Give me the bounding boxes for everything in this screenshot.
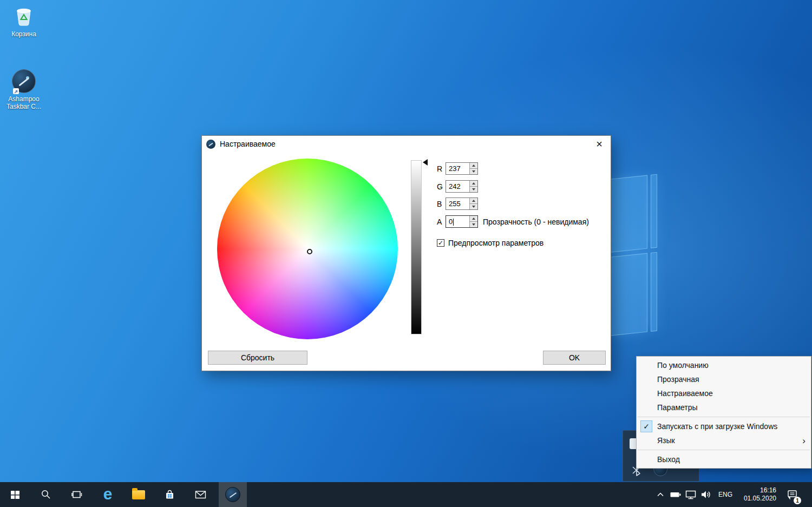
reset-button[interactable]: Сбросить xyxy=(208,351,307,365)
spin-down-button[interactable] xyxy=(470,221,477,227)
b-value-spinbox[interactable]: 255 xyxy=(446,197,478,210)
spin-up-button[interactable] xyxy=(470,163,477,168)
logo-pane xyxy=(611,175,647,253)
r-value[interactable]: 237 xyxy=(446,163,469,174)
menu-separator xyxy=(638,450,810,450)
desktop-icon-label: Корзина xyxy=(1,30,47,38)
preview-checkbox[interactable]: ✓ xyxy=(437,239,444,247)
brightness-slider[interactable] xyxy=(411,160,422,334)
channel-label: G xyxy=(437,182,446,191)
spin-down-button[interactable] xyxy=(470,186,477,192)
desktop-icon-recycle-bin[interactable]: Корзина xyxy=(1,4,47,38)
display-icon xyxy=(685,489,697,500)
color-wheel[interactable] xyxy=(217,159,398,339)
checkmark-icon: ✓ xyxy=(640,420,652,432)
search-icon xyxy=(41,489,51,500)
wallpaper-windows-logo xyxy=(611,174,659,339)
menu-item-label: Выход xyxy=(657,455,680,464)
store-button[interactable] xyxy=(156,482,182,507)
speaker-icon xyxy=(700,489,712,500)
spin-down-button[interactable] xyxy=(470,203,477,209)
mail-button[interactable] xyxy=(187,482,213,507)
channel-label: B xyxy=(437,200,446,208)
menu-item-label: По умолчанию xyxy=(657,361,709,370)
alpha-note: Прозрачность (0 - невидимая) xyxy=(483,218,589,226)
preview-checkbox-label: Предпросмотр параметров xyxy=(448,239,543,247)
close-icon[interactable]: × xyxy=(588,136,611,152)
chevron-up-icon xyxy=(656,490,665,499)
preview-checkbox-row[interactable]: ✓ Предпросмотр параметров xyxy=(437,239,543,247)
menu-item-label: Настраиваемое xyxy=(657,389,713,398)
channel-row-g: G 242 xyxy=(437,180,478,193)
task-view-button[interactable] xyxy=(64,482,90,507)
desktop-icon-ashampoo[interactable]: ↗ Ashampoo Taskbar C... xyxy=(1,69,47,110)
menu-item-language[interactable]: Язык › xyxy=(637,433,811,447)
spin-down-button[interactable] xyxy=(470,168,477,174)
ashampoo-taskbar-button[interactable] xyxy=(219,482,247,507)
menu-item-run-at-startup[interactable]: ✓ Запускать с при загрузке Windows xyxy=(637,419,811,433)
menu-item-custom[interactable]: Настраиваемое xyxy=(637,386,811,400)
channel-row-b: B 255 xyxy=(437,197,478,210)
recycle-bin-icon xyxy=(12,4,36,28)
dialog-titlebar[interactable]: Настраиваемое × xyxy=(202,136,611,152)
channel-label: R xyxy=(437,164,446,173)
menu-item-label: Прозрачная xyxy=(657,375,699,384)
a-value[interactable]: 0 xyxy=(449,218,453,226)
custom-color-dialog: Настраиваемое × R 237 G 242 xyxy=(201,135,611,371)
channel-row-r: R 237 xyxy=(437,162,478,175)
task-view-icon xyxy=(71,489,82,500)
spin-up-button[interactable] xyxy=(470,198,477,203)
edge-icon: e xyxy=(103,486,113,502)
dialog-title: Настраиваемое xyxy=(220,140,588,148)
g-value-spinbox[interactable]: 242 xyxy=(446,180,478,193)
shortcut-arrow-icon: ↗ xyxy=(13,88,19,94)
spin-up-button[interactable] xyxy=(470,181,477,186)
b-value[interactable]: 255 xyxy=(446,198,469,209)
menu-item-transparent[interactable]: Прозрачная xyxy=(637,372,811,386)
notification-badge: 1 xyxy=(794,497,801,504)
hidden-icons-chevron[interactable] xyxy=(654,482,667,507)
time-label: 16:16 xyxy=(760,486,776,495)
file-explorer-button[interactable] xyxy=(126,482,152,507)
menu-separator xyxy=(638,417,810,417)
folder-icon xyxy=(132,490,145,499)
text-caret xyxy=(453,219,454,226)
ok-button[interactable]: OK xyxy=(543,351,606,365)
volume-tray-icon[interactable] xyxy=(699,482,712,507)
channel-label: A xyxy=(437,218,446,226)
desktop-icon-label: Ashampoo Taskbar C... xyxy=(1,95,47,110)
menu-item-default[interactable]: По умолчанию xyxy=(637,358,811,372)
logo-pane xyxy=(651,252,657,332)
language-indicator[interactable]: ENG xyxy=(716,482,735,507)
g-value[interactable]: 242 xyxy=(446,181,469,192)
mail-icon xyxy=(195,490,206,499)
clock[interactable]: 16:16 01.05.2020 xyxy=(735,482,777,507)
battery-tray-icon[interactable] xyxy=(669,482,682,507)
app-icon xyxy=(206,140,215,149)
ashampoo-app-icon xyxy=(225,487,240,502)
menu-item-options[interactable]: Параметры xyxy=(637,400,811,414)
menu-item-label: Запускать с при загрузке Windows xyxy=(657,422,777,431)
edge-button[interactable]: e xyxy=(95,482,121,507)
network-tray-icon[interactable] xyxy=(684,482,697,507)
language-label: ENG xyxy=(718,491,732,498)
battery-icon xyxy=(670,489,682,500)
search-button[interactable] xyxy=(33,482,59,507)
desktop: Корзина ↗ Ashampoo Taskbar C... Настраив… xyxy=(0,0,812,507)
menu-item-exit[interactable]: Выход xyxy=(637,452,811,466)
start-button[interactable] xyxy=(2,482,28,507)
ashampoo-app-icon: ↗ xyxy=(12,69,36,93)
spin-up-button[interactable] xyxy=(470,216,477,221)
brightness-slider-handle[interactable] xyxy=(423,159,428,166)
store-bag-icon xyxy=(164,489,175,501)
menu-item-label: Язык xyxy=(657,436,675,445)
action-center-button[interactable]: 1 xyxy=(782,482,803,507)
logo-pane xyxy=(651,174,657,248)
tray-context-menu: По умолчанию Прозрачная Настраиваемое Па… xyxy=(636,356,811,469)
logo-pane xyxy=(611,253,647,336)
r-value-spinbox[interactable]: 237 xyxy=(446,162,478,175)
submenu-arrow-icon: › xyxy=(802,436,806,445)
color-wheel-marker[interactable] xyxy=(307,249,312,254)
windows-logo-icon xyxy=(10,490,20,499)
a-value-spinbox[interactable]: 0 xyxy=(446,215,478,228)
